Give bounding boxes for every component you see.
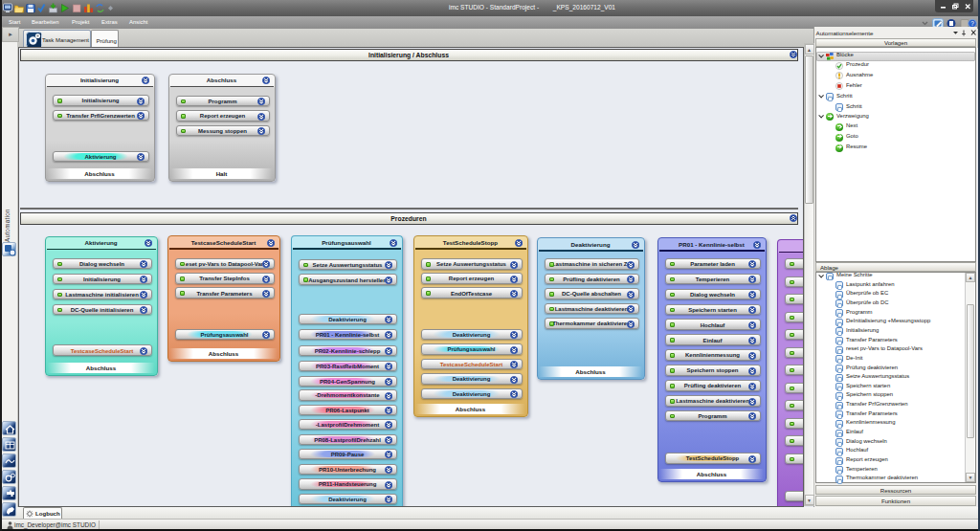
svg-text:?: ? <box>970 20 974 27</box>
